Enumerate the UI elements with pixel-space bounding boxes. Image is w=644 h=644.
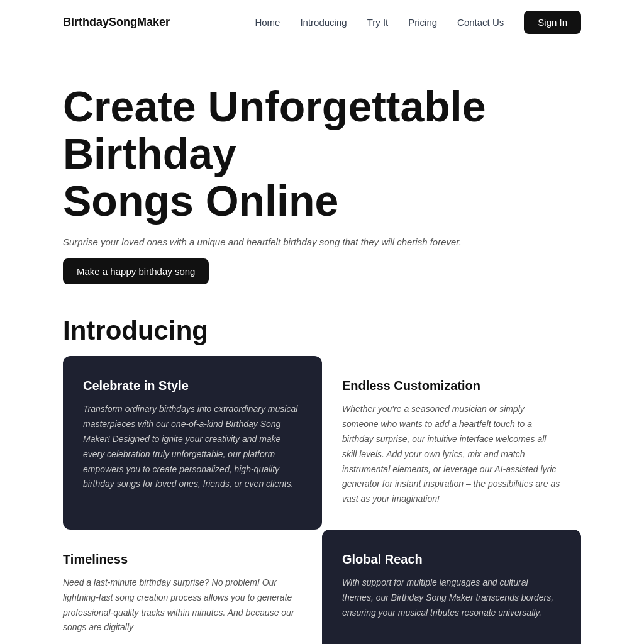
card1-title: Celebrate in Style — [83, 379, 302, 393]
cta-button[interactable]: Make a happy birthday song — [63, 258, 209, 284]
introducing-title: Introducing — [0, 309, 644, 346]
hero-section: Create Unforgettable Birthday Songs Onli… — [0, 45, 644, 309]
nav-pricing[interactable]: Pricing — [408, 17, 437, 28]
nav-contact[interactable]: Contact Us — [457, 17, 504, 28]
nav: Home Introducing Try It Pricing Contact … — [255, 11, 581, 34]
nav-home[interactable]: Home — [255, 17, 280, 28]
card-celebrate-style: Celebrate in Style Transform ordinary bi… — [63, 356, 322, 530]
card-endless-customization: Endless Customization Whether you're a s… — [322, 356, 581, 530]
card1-body: Transform ordinary birthdays into extrao… — [83, 402, 302, 492]
card3-title: Timeliness — [63, 552, 302, 567]
sign-in-button[interactable]: Sign In — [524, 11, 581, 34]
cards-row-1: Celebrate in Style Transform ordinary bi… — [63, 356, 581, 530]
hero-heading: Create Unforgettable Birthday Songs Onli… — [63, 83, 579, 224]
nav-tryit[interactable]: Try It — [367, 17, 389, 28]
card4-title: Global Reach — [342, 552, 561, 567]
card-global-reach: Global Reach With support for multiple l… — [322, 530, 581, 644]
cards-row-2: Timeliness Need a last-minute birthday s… — [63, 530, 581, 644]
nav-introducing[interactable]: Introducing — [300, 17, 347, 28]
card-timeliness: Timeliness Need a last-minute birthday s… — [63, 530, 322, 644]
hero-subtext: Surprise your loved ones with a unique a… — [63, 236, 491, 247]
card3-body: Need a last-minute birthday surprise? No… — [63, 575, 302, 635]
logo[interactable]: BirthdaySongMaker — [63, 16, 170, 29]
card4-body: With support for multiple languages and … — [342, 575, 561, 620]
card2-body: Whether you're a seasoned musician or si… — [342, 402, 561, 507]
card2-title: Endless Customization — [342, 379, 561, 393]
